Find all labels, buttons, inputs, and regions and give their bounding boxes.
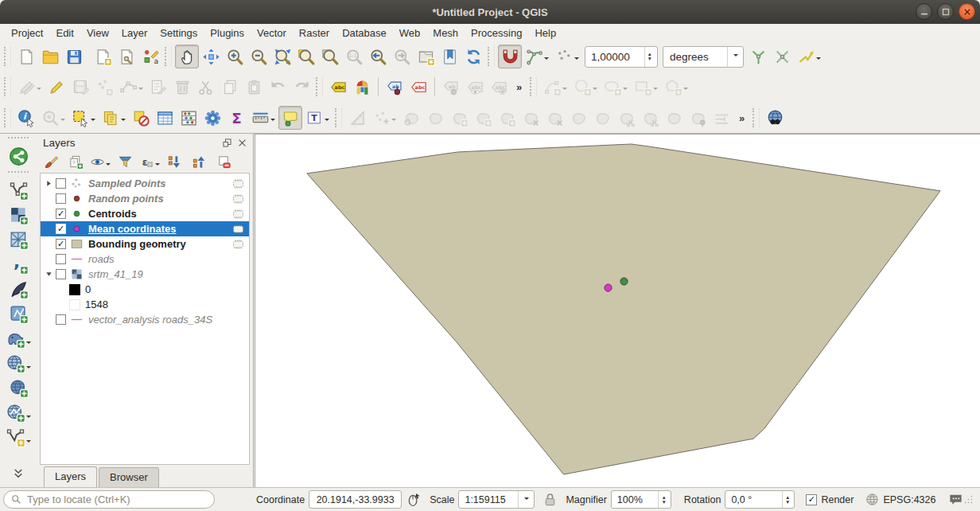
add-group-button[interactable] [64,152,87,171]
toolbar-drag-handle[interactable] [316,77,323,96]
layer-diagram-options-button[interactable] [350,75,374,99]
layer-row-vector-analysis-roads-34s[interactable]: vector_analysis roads_34S [41,312,249,327]
locator-search-input[interactable]: Type to locate (Ctrl+K) [3,490,215,509]
toolbar-drag-handle[interactable] [4,77,11,96]
toolbar-drag-handle[interactable] [8,171,29,177]
coordinate-field[interactable]: 20.1914,-33.9933 [309,490,402,509]
layer-visibility-checkbox[interactable] [56,193,66,204]
toggle-extents-icon[interactable] [406,492,422,507]
pan-to-selection-button[interactable] [199,45,223,68]
add-postgis-layer-dropdown-arrow[interactable] [26,341,31,346]
toolbar-drag-handle[interactable] [488,47,495,66]
layer-row-mean-coordinates[interactable]: ✓Mean coordinates [41,221,249,236]
add-spatialite-layer-button[interactable] [2,277,35,302]
memory-layer-indicator-icon[interactable] [230,193,247,205]
close-button[interactable] [959,3,975,20]
menu-layer[interactable]: Layer [115,25,154,41]
add-postgis-layer-button[interactable] [2,326,35,351]
show-bookmarks-button[interactable] [438,45,461,68]
layer-row-random-points[interactable]: Random points [41,191,249,206]
select-by-value-dropdown-arrow[interactable] [121,119,126,123]
close-panel-button[interactable] [235,136,249,150]
avoid-overlap-dropdown-arrow[interactable] [816,57,821,62]
filter-legend-button[interactable] [114,152,136,171]
add-wfs-layer-dropdown-arrow[interactable] [26,415,31,420]
manage-map-themes-dropdown-arrow[interactable] [106,163,111,168]
toolbar-drag-handle[interactable] [8,137,29,142]
minimize-button[interactable] [916,3,932,20]
memory-layer-indicator-icon[interactable] [230,177,247,190]
layer-visibility-checkbox[interactable] [56,178,66,189]
layer-row-srtm-41-19[interactable]: srtm_41_19 [41,267,249,282]
layer-row-bounding-geometry[interactable]: ✓Bounding geometry [41,236,249,252]
toggle-editing-button[interactable] [45,75,68,99]
toolbar-overflow-button[interactable]: » [511,81,527,93]
add-raster-layer-button[interactable] [2,203,35,228]
toolbar-drag-handle[interactable] [530,77,537,96]
menu-project[interactable]: Project [5,25,49,41]
text-annotation-button[interactable]: T [302,106,332,130]
open-attribute-table-button[interactable] [153,106,177,130]
digitize-circular-string-dropdown-arrow[interactable] [562,88,567,92]
layer-row-centroids[interactable]: ✓Centroids [41,206,249,221]
layer-row-sampled-points[interactable]: Sampled Points [41,176,249,191]
menu-vector[interactable]: Vector [251,25,293,41]
save-project-button[interactable] [62,45,86,68]
deselect-features-button[interactable] [129,106,153,130]
pin-unpin-labels-button[interactable]: ab [383,75,406,99]
digitize-ellipse-dropdown-arrow[interactable] [623,88,628,92]
layer-row-0[interactable]: 0 [41,282,249,297]
digitize-circle-dropdown-arrow[interactable] [593,88,597,92]
menu-settings[interactable]: Settings [154,25,204,41]
snapping-options-dropdown-arrow[interactable] [544,57,549,62]
messages-icon[interactable] [948,492,963,507]
layer-visibility-checkbox[interactable]: ✓ [56,224,66,234]
resize-grip[interactable] [963,494,974,505]
map-canvas[interactable] [255,134,980,487]
layer-visibility-checkbox[interactable] [56,269,66,279]
layer-row-roads[interactable]: roads [41,252,249,267]
toolbar-drag-handle[interactable] [335,108,342,127]
move-feature-dropdown-arrow[interactable] [391,119,396,123]
epsg-status[interactable]: EPSG:4326 [883,494,935,505]
new-print-layout-button[interactable] [91,45,115,68]
zoom-to-layer-button[interactable] [318,45,342,68]
menu-view[interactable]: View [80,25,115,41]
add-delimited-text-layer-button[interactable]: , [2,252,35,277]
refresh-map-button[interactable] [461,45,485,68]
osm-place-search-button[interactable] [763,106,787,130]
toolbar-drag-handle[interactable] [4,108,11,127]
identify-features-button[interactable]: i [14,106,38,130]
select-features-button[interactable] [68,106,99,130]
zoom-in-button[interactable] [223,45,247,68]
menu-processing[interactable]: Processing [465,25,528,41]
open-layer-styling-button[interactable] [40,152,62,171]
enable-tracing-dropdown-arrow[interactable] [574,57,579,62]
float-panel-button[interactable] [220,136,234,150]
toolbar-drag-handle[interactable] [752,108,760,127]
layer-visibility-checkbox[interactable]: ✓ [56,209,66,219]
remove-layer-button[interactable] [212,152,235,171]
select-features-dropdown-arrow[interactable] [91,119,95,123]
snapping-tolerance-spinbox[interactable]: 1,00000▲▼ [585,46,658,68]
statistical-summary-button[interactable]: Σ [224,106,248,130]
show-layout-manager-button[interactable] [115,45,138,68]
maximize-button[interactable] [937,3,954,20]
toolbar-overflow-button[interactable]: » [733,112,750,124]
snapping-on-intersection-button[interactable] [770,45,794,68]
collapse-all-button[interactable] [188,152,210,171]
add-wms-layer-button[interactable] [2,351,35,376]
filter-by-expression-dropdown-arrow[interactable] [155,163,160,168]
vertex-tool-dropdown-arrow[interactable] [138,88,143,92]
layer-labeling-options-button[interactable]: abc [326,75,350,99]
zoom-out-button[interactable] [247,45,270,68]
toolbar-drag-handle[interactable] [4,47,11,66]
run-feature-action-dropdown-arrow[interactable] [60,119,65,123]
filter-by-expression-button[interactable]: ε [138,152,161,171]
current-edits-dropdown-arrow[interactable] [37,88,41,92]
data-source-manager-button[interactable] [2,144,35,169]
enable-tracing-button[interactable] [552,45,582,68]
snapping-options-button[interactable] [522,45,552,68]
expander-closed-icon[interactable] [43,178,54,189]
menu-edit[interactable]: Edit [49,25,80,41]
